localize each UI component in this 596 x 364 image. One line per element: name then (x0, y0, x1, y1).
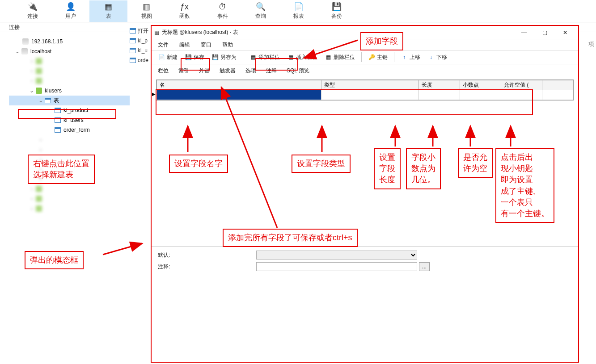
database-icon (36, 68, 42, 74)
tree-db-blur[interactable]: › (9, 204, 130, 213)
col-type-header[interactable]: 类型 (321, 80, 418, 90)
row-cursor-icon: ▶ (152, 92, 156, 96)
col-dec-header[interactable]: 小数点 (460, 80, 501, 90)
comment-more-button[interactable]: ... (419, 262, 430, 271)
tree-table-item[interactable]: kl_users (9, 115, 130, 125)
report-icon: 📄 (294, 2, 304, 12)
save-button[interactable]: 💾保存 (182, 53, 207, 62)
maximize-button[interactable]: ▢ (534, 26, 555, 39)
tree-db-blur[interactable]: › (9, 76, 130, 86)
toolbar-report[interactable]: 📄报表 (279, 0, 317, 22)
default-select[interactable] (256, 251, 417, 259)
minimize-button[interactable]: — (514, 26, 534, 39)
default-label: 默认: (158, 251, 176, 259)
toolbar-table[interactable]: ▦表 (89, 0, 127, 22)
arrow-up-icon: ↑ (401, 54, 408, 61)
col-name-header[interactable]: 名 (157, 80, 321, 90)
plug-icon: 🔌 (28, 2, 38, 12)
tree-table-item[interactable]: kl_product (9, 105, 130, 115)
tree-blur[interactable]: › (9, 145, 130, 155)
connection-tree: 192.168.1.15 ⌄localhost › › › ⌄klusers ⌄… (9, 34, 130, 356)
tab-item[interactable]: kl_p (130, 36, 152, 46)
menu-window[interactable]: 窗口 (201, 41, 211, 49)
toolbar-user[interactable]: 👤用户 (51, 0, 89, 22)
menu-file[interactable]: 文件 (158, 41, 169, 49)
tab-fk[interactable]: 外键 (199, 67, 210, 75)
table-icon (130, 58, 136, 63)
tree-db-klusers[interactable]: ⌄klusers (9, 86, 130, 96)
anno-save-hint: 添加完所有字段了可保存或者ctrl+s (223, 229, 358, 247)
table-icon (130, 28, 136, 33)
cell-dec[interactable] (460, 90, 501, 100)
col-null-header[interactable]: 允许空值 ( (501, 80, 542, 90)
toolbar-view[interactable]: ▥视图 (127, 0, 165, 22)
window-title: 无标题 @klusers (localhost) - 表 (159, 29, 514, 36)
col-pk-header[interactable] (542, 80, 573, 90)
columns-grid-wrap: ▶ 名 类型 长度 小数点 允许空值 ( (152, 77, 578, 103)
tree-db-blur[interactable]: › (9, 184, 130, 194)
insert-column-button[interactable]: ▦插入栏位 (284, 53, 320, 62)
tab-columns[interactable]: 栏位 (158, 67, 169, 75)
tree-db-blur[interactable]: › (9, 194, 130, 204)
tree-tables-node[interactable]: ⌄表 (9, 96, 130, 105)
anno-add-field: 添加字段 (360, 32, 403, 50)
cell-pk[interactable] (542, 90, 573, 100)
tab-item[interactable]: 打开 (130, 26, 152, 36)
anno-set-name: 设置字段名字 (169, 155, 228, 173)
database-icon (36, 186, 42, 192)
separator (243, 52, 243, 62)
move-up-button[interactable]: ↑上移 (398, 53, 423, 62)
event-icon: ⏱ (218, 2, 228, 12)
cell-len[interactable] (419, 90, 460, 100)
toolbar-connect[interactable]: 🔌连接 (13, 0, 51, 22)
menu-help[interactable]: 帮助 (222, 41, 233, 49)
tab-index[interactable]: 索引 (178, 67, 189, 75)
grid-row[interactable] (157, 90, 573, 100)
tab-item[interactable]: kl_u (130, 46, 152, 55)
comment-label: 注释: (158, 263, 176, 271)
tree-blur[interactable]: › (9, 135, 130, 145)
function-icon: ƒx (180, 2, 190, 12)
saveas-button[interactable]: 💾另存为 (209, 53, 239, 62)
save-icon: 💾 (185, 54, 192, 61)
add-column-icon: ▦ (249, 54, 257, 61)
separator (394, 52, 394, 62)
primary-key-button[interactable]: 🔑主键 (365, 53, 390, 62)
anno-set-type: 设置字段类型 (292, 155, 351, 173)
cell-name[interactable] (157, 90, 321, 100)
insert-column-icon: ▦ (287, 54, 294, 61)
arrow-down-icon: ↓ (427, 54, 435, 61)
view-icon: ▥ (142, 2, 152, 12)
tree-table-item[interactable]: order_form (9, 125, 130, 135)
close-button[interactable]: ✕ (555, 26, 575, 39)
toolbar-backup[interactable]: 💾备份 (317, 0, 355, 22)
tree-server-2[interactable]: ⌄localhost (9, 46, 130, 56)
toolbar-query[interactable]: 🔍查询 (241, 0, 279, 22)
add-column-button[interactable]: ▦添加栏位 (247, 53, 283, 62)
delete-column-button[interactable]: ▦删除栏位 (322, 53, 358, 62)
new-icon: 📄 (158, 54, 165, 61)
anno-set-null: 是否允 许为空 (458, 148, 493, 178)
saveas-icon: 💾 (211, 54, 219, 61)
col-len-header[interactable]: 长度 (419, 80, 460, 90)
tab-trigger[interactable]: 触发器 (220, 67, 236, 75)
new-button[interactable]: 📄新建 (155, 53, 180, 62)
tree-db-blur[interactable]: › (9, 66, 130, 76)
menu-edit[interactable]: 编辑 (179, 41, 190, 49)
tree-server-1[interactable]: 192.168.1.15 (9, 37, 130, 46)
tab-sql[interactable]: SQL 预览 (287, 67, 309, 75)
main-toolbar: 🔌连接 👤用户 ▦表 ▥视图 ƒx函数 ⏱事件 🔍查询 📄报表 💾备份 (0, 0, 596, 22)
toolbar-func[interactable]: ƒx函数 (165, 0, 203, 22)
toolbar-event[interactable]: ⏱事件 (203, 0, 241, 22)
tab-options[interactable]: 选项 (245, 67, 256, 75)
tab-item[interactable]: orde (130, 55, 152, 65)
designer-tabs: 栏位 索引 外键 触发器 选项 注释 SQL 预览 (152, 64, 578, 77)
comment-input[interactable] (256, 262, 417, 271)
tree-db-blur[interactable]: › (9, 56, 130, 66)
move-down-button[interactable]: ↓下移 (425, 53, 450, 62)
anno-popup: 弹出的模态框 (25, 251, 84, 269)
columns-grid[interactable]: ▶ 名 类型 长度 小数点 允许空值 ( (156, 79, 574, 100)
tab-comment[interactable]: 注释 (266, 67, 277, 75)
cell-null[interactable] (501, 90, 542, 100)
cell-type[interactable] (321, 90, 418, 100)
